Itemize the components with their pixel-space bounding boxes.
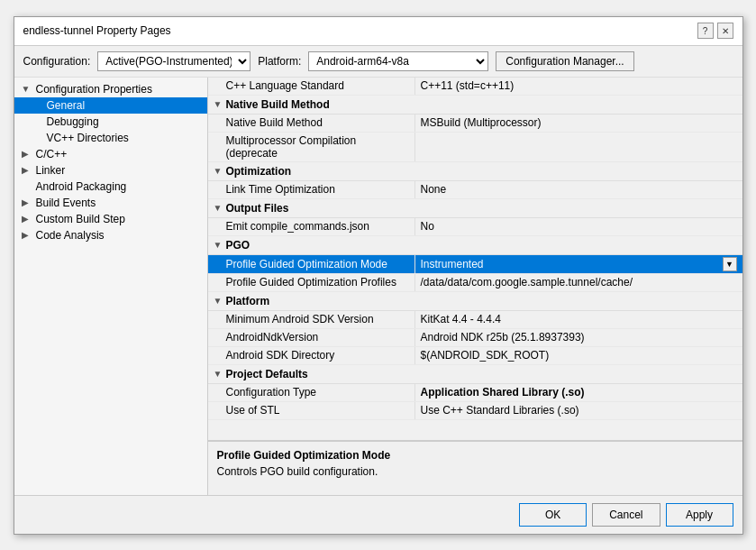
prop-row-emit-compile: Emit compile_commands.json No bbox=[208, 218, 742, 236]
section-output-files[interactable]: ▼ Output Files bbox=[208, 199, 742, 218]
sidebar-label-debugging: Debugging bbox=[47, 115, 99, 128]
configuration-select[interactable]: Active(PGO-Instrumented) bbox=[97, 51, 250, 71]
prop-name-android-sdk-dir: Android SDK Directory bbox=[208, 347, 415, 364]
prop-row-config-type: Configuration Type Application Shared Li… bbox=[208, 384, 742, 402]
prop-value-link-time-opt: None bbox=[415, 181, 742, 198]
prop-name-native-build-method: Native Build Method bbox=[208, 115, 415, 132]
prop-name-cpp-lang: C++ Language Standard bbox=[208, 78, 415, 95]
prop-row-native-build-method: Native Build Method MSBuild (Multiproces… bbox=[208, 115, 742, 133]
description-text: Controls PGO build configuration. bbox=[217, 465, 733, 478]
platform-select[interactable]: Android-arm64-v8a bbox=[308, 51, 488, 71]
expand-icon-config-props: ▼ bbox=[22, 84, 32, 94]
description-title: Profile Guided Optimization Mode bbox=[217, 449, 733, 462]
prop-name-min-android: Minimum Android SDK Version bbox=[208, 311, 415, 328]
prop-value-use-stl: Use C++ Standard Libraries (.so) bbox=[415, 402, 742, 419]
sidebar-label-linker: Linker bbox=[36, 164, 66, 177]
section-optimization[interactable]: ▼ Optimization bbox=[208, 162, 742, 181]
sidebar-item-code-analysis[interactable]: ▶ Code Analysis bbox=[14, 227, 207, 243]
bottom-buttons: OK Cancel Apply bbox=[14, 495, 742, 534]
platform-label: Platform: bbox=[258, 55, 301, 68]
section-label-platform: Platform bbox=[225, 295, 269, 307]
prop-value-multiprocessor bbox=[415, 133, 742, 161]
sidebar-item-c-cpp[interactable]: ▶ C/C++ bbox=[14, 146, 207, 162]
prop-name-use-stl: Use of STL bbox=[208, 402, 415, 419]
apply-button[interactable]: Apply bbox=[666, 503, 733, 527]
prop-row-pgo-mode[interactable]: Profile Guided Optimization Mode Instrum… bbox=[208, 255, 742, 274]
prop-row-cpp-lang: C++ Language Standard C++11 (std=c++11) bbox=[208, 78, 742, 96]
expand-icon-custom-build: ▶ bbox=[22, 214, 32, 224]
prop-row-ndk-version: AndroidNdkVersion Android NDK r25b (25.1… bbox=[208, 329, 742, 347]
title-controls: ? ✕ bbox=[697, 23, 733, 39]
sidebar-label-build-events: Build Events bbox=[36, 197, 96, 209]
sidebar-item-android-pkg[interactable]: Android Packaging bbox=[14, 179, 207, 195]
prop-value-cpp-lang: C++11 (std=c++11) bbox=[415, 78, 742, 95]
sidebar-label-general: General bbox=[47, 99, 86, 112]
close-button[interactable]: ✕ bbox=[717, 23, 733, 39]
prop-value-pgo-mode: Instrumented ▼ bbox=[415, 255, 742, 273]
section-arrow-optimization: ▼ bbox=[214, 166, 223, 176]
sidebar: ▼ Configuration Properties General Debug… bbox=[14, 78, 208, 495]
sidebar-item-build-events[interactable]: ▶ Build Events bbox=[14, 195, 207, 211]
section-label-pgo: PGO bbox=[225, 239, 250, 252]
prop-name-multiprocessor: Multiprocessor Compilation (deprecate bbox=[208, 133, 415, 161]
prop-row-pgo-profiles: Profile Guided Optimization Profiles /da… bbox=[208, 274, 742, 292]
section-label-output-files: Output Files bbox=[225, 202, 288, 215]
config-label: Configuration: bbox=[23, 55, 91, 68]
sidebar-label-config-props: Configuration Properties bbox=[36, 83, 152, 96]
sidebar-label-android-pkg: Android Packaging bbox=[36, 180, 127, 193]
prop-name-pgo-profiles: Profile Guided Optimization Profiles bbox=[208, 274, 415, 291]
section-project-defaults[interactable]: ▼ Project Defaults bbox=[208, 365, 742, 384]
prop-value-config-type: Application Shared Library (.so) bbox=[415, 384, 742, 401]
sidebar-label-ccpp: C/C++ bbox=[36, 148, 68, 160]
prop-name-pgo-mode: Profile Guided Optimization Mode bbox=[208, 255, 415, 273]
title-bar: endless-tunnel Property Pages ? ✕ bbox=[14, 17, 742, 46]
sidebar-label-code-analysis: Code Analysis bbox=[36, 229, 105, 242]
prop-name-emit-compile: Emit compile_commands.json bbox=[208, 218, 415, 235]
sidebar-item-config-props[interactable]: ▼ Configuration Properties bbox=[14, 81, 207, 97]
section-arrow-native-build: ▼ bbox=[214, 99, 223, 109]
cancel-button[interactable]: Cancel bbox=[592, 503, 660, 527]
property-table: C++ Language Standard C++11 (std=c++11) … bbox=[208, 78, 742, 441]
prop-value-min-android: KitKat 4.4 - 4.4.4 bbox=[415, 311, 742, 328]
section-arrow-pgo: ▼ bbox=[214, 240, 223, 250]
sidebar-item-custom-build[interactable]: ▶ Custom Build Step bbox=[14, 211, 207, 227]
config-row: Configuration: Active(PGO-Instrumented) … bbox=[14, 46, 742, 78]
prop-row-multiprocessor: Multiprocessor Compilation (deprecate bbox=[208, 133, 742, 162]
description-area: Profile Guided Optimization Mode Control… bbox=[208, 441, 742, 495]
section-arrow-platform: ▼ bbox=[214, 296, 223, 306]
section-label-native-build: Native Build Method bbox=[225, 98, 329, 111]
sidebar-item-linker[interactable]: ▶ Linker bbox=[14, 162, 207, 179]
pgo-mode-dropdown-btn[interactable]: ▼ bbox=[723, 257, 737, 271]
section-native-build[interactable]: ▼ Native Build Method bbox=[208, 96, 742, 115]
content-area: C++ Language Standard C++11 (std=c++11) … bbox=[208, 78, 742, 495]
prop-row-use-stl: Use of STL Use C++ Standard Libraries (.… bbox=[208, 402, 742, 420]
help-button[interactable]: ? bbox=[697, 23, 714, 39]
prop-value-android-sdk-dir: $(ANDROID_SDK_ROOT) bbox=[415, 347, 742, 364]
sidebar-item-vcpp-dirs[interactable]: VC++ Directories bbox=[14, 130, 207, 146]
main-area: ▼ Configuration Properties General Debug… bbox=[14, 78, 742, 495]
prop-name-link-time-opt: Link Time Optimization bbox=[208, 181, 415, 198]
prop-name-ndk-version: AndroidNdkVersion bbox=[208, 329, 415, 346]
dialog-title: endless-tunnel Property Pages bbox=[23, 24, 171, 37]
prop-value-pgo-profiles: /data/data/com.google.sample.tunnel/cach… bbox=[415, 274, 742, 291]
sidebar-label-vcpp: VC++ Directories bbox=[47, 132, 129, 144]
expand-icon-code-analysis: ▶ bbox=[22, 230, 32, 240]
sidebar-item-general[interactable]: General bbox=[14, 97, 207, 114]
ok-button[interactable]: OK bbox=[519, 503, 587, 527]
prop-value-ndk-version: Android NDK r25b (25.1.8937393) bbox=[415, 329, 742, 346]
prop-value-native-build-method: MSBuild (Multiprocessor) bbox=[415, 115, 742, 132]
prop-name-config-type: Configuration Type bbox=[208, 384, 415, 401]
section-arrow-project-defaults: ▼ bbox=[214, 369, 223, 379]
prop-row-link-time-opt: Link Time Optimization None bbox=[208, 181, 742, 199]
prop-value-emit-compile: No bbox=[415, 218, 742, 235]
expand-icon-ccpp: ▶ bbox=[22, 149, 32, 159]
section-pgo[interactable]: ▼ PGO bbox=[208, 236, 742, 255]
section-label-optimization: Optimization bbox=[225, 165, 291, 178]
section-platform[interactable]: ▼ Platform bbox=[208, 292, 742, 311]
section-arrow-output-files: ▼ bbox=[214, 203, 223, 213]
config-manager-button[interactable]: Configuration Manager... bbox=[496, 51, 633, 71]
expand-icon-linker: ▶ bbox=[22, 165, 32, 175]
expand-icon-build-events: ▶ bbox=[22, 197, 32, 207]
sidebar-item-debugging[interactable]: Debugging bbox=[14, 114, 207, 130]
prop-row-min-android: Minimum Android SDK Version KitKat 4.4 -… bbox=[208, 311, 742, 329]
